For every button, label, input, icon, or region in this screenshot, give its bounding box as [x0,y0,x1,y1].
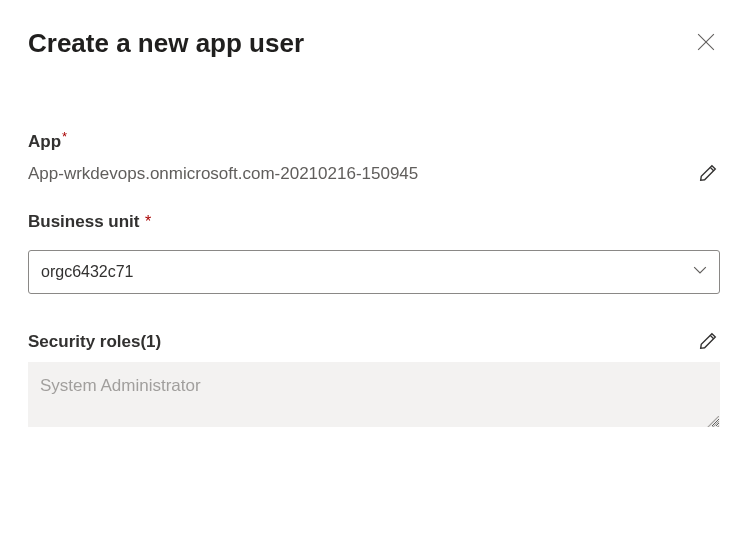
svg-line-5 [712,421,719,427]
app-label: App [28,132,61,152]
chevron-down-icon [693,263,707,281]
business-unit-dropdown[interactable]: orgc6432c71 [28,250,720,294]
required-indicator: * [145,213,151,230]
page-title: Create a new app user [28,28,304,59]
resize-handle-icon [707,414,719,426]
role-item: System Administrator [40,376,708,396]
pencil-icon [699,164,717,185]
business-unit-label: Business unit [28,212,139,232]
required-indicator: * [62,129,67,144]
close-button[interactable] [692,30,720,58]
svg-line-4 [707,416,719,427]
pencil-icon [699,332,717,353]
svg-line-6 [717,426,719,427]
app-value: App-wrkdevops.onmicrosoft.com-20210216-1… [28,164,418,184]
business-unit-selected: orgc6432c71 [41,263,134,281]
edit-security-roles-button[interactable] [696,330,720,354]
security-roles-box[interactable]: System Administrator [28,362,720,427]
security-roles-label: Security roles(1) [28,332,161,352]
svg-line-3 [710,335,713,338]
svg-line-2 [710,167,713,170]
edit-app-button[interactable] [696,162,720,186]
close-icon [697,33,715,54]
